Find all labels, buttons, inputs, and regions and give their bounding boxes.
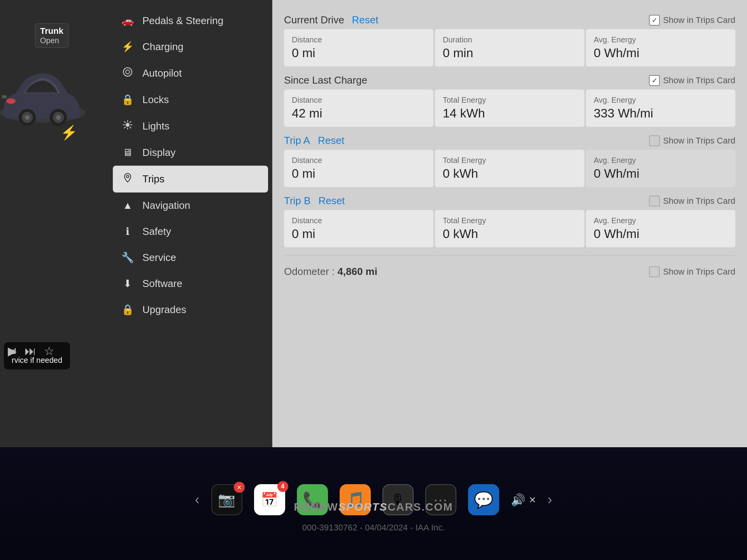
svg-line-16: [124, 121, 126, 123]
trips-icon: [121, 173, 135, 186]
content-panel: Current Drive Reset ✓ Show in Trips Card…: [272, 0, 747, 447]
svg-point-3: [25, 115, 30, 120]
since-last-charge-distance-card: Distance 42 mi: [284, 89, 433, 127]
upgrades-icon: 🔒: [121, 304, 135, 316]
current-drive-avg-energy-card: Avg. Energy 0 Wh/mi: [586, 29, 735, 66]
trip-a-distance-card: Distance 0 mi: [284, 150, 433, 187]
trip-b-show-trips[interactable]: Show in Trips Card: [649, 196, 735, 206]
nav-item-trips[interactable]: Trips: [113, 166, 268, 192]
trip-a-total-energy-label: Total Energy: [443, 156, 577, 165]
taskbar-calendar-icon[interactable]: 📅 4: [254, 484, 285, 515]
nav-item-safety[interactable]: ℹ Safety: [109, 219, 272, 245]
taskbar-camera-icon[interactable]: 📷 ×: [211, 484, 242, 515]
current-drive-duration-label: Duration: [443, 35, 577, 44]
taskbar-nav-next[interactable]: ›: [547, 492, 552, 508]
trip-a-avg-energy-card: Avg. Energy 0 Wh/mi: [586, 150, 735, 187]
nav-item-display[interactable]: 🖥 Display: [109, 140, 272, 166]
car-image: [0, 47, 93, 148]
volume-control[interactable]: 🔊 ×: [511, 493, 536, 507]
trip-b-header: Trip B Reset Show in Trips Card: [284, 195, 735, 207]
watermark-cars-com: CARS.COM: [388, 501, 453, 513]
nav-item-charging[interactable]: ⚡ Charging: [109, 34, 272, 60]
trunk-open-status: Open: [40, 36, 63, 45]
since-last-charge-title: Since Last Charge: [284, 74, 367, 86]
calendar-badge: 4: [277, 481, 288, 492]
locks-icon: 🔒: [121, 94, 135, 106]
nav-item-upgrades[interactable]: 🔒 Upgrades: [109, 297, 272, 323]
nav-label-charging: Charging: [142, 41, 184, 53]
trip-a-header: Trip A Reset Show in Trips Card: [284, 135, 735, 147]
trip-a-checkbox[interactable]: [649, 135, 660, 146]
trip-a-total-energy-card: Total Energy 0 kWh: [435, 150, 584, 187]
odometer-divider: [284, 255, 735, 256]
nav-label-safety: Safety: [142, 226, 171, 238]
taskbar-nav-prev[interactable]: ‹: [195, 492, 200, 508]
trip-b-avg-energy-label: Avg. Energy: [594, 216, 728, 225]
nav-item-service[interactable]: 🔧 Service: [109, 245, 272, 271]
nav-item-software[interactable]: ⬇ Software: [109, 271, 272, 297]
trip-b-checkbox[interactable]: [649, 196, 660, 206]
since-last-charge-distance-label: Distance: [292, 96, 426, 105]
nav-item-lights[interactable]: Lights: [109, 113, 272, 140]
current-drive-checkbox[interactable]: ✓: [649, 15, 660, 26]
trip-a-distance-label: Distance: [292, 156, 426, 165]
odometer-show-trips[interactable]: Show in Trips Card: [649, 266, 735, 277]
mute-button[interactable]: ×: [529, 493, 536, 506]
odometer-label: Odometer : 4,860 mi: [284, 266, 377, 278]
nav-label-pedals: Pedals & Steering: [142, 15, 223, 27]
watermark-renew: RENEW: [294, 501, 338, 513]
trip-a-title[interactable]: Trip A: [284, 135, 310, 147]
nav-item-pedals[interactable]: 🚗 Pedals & Steering: [109, 8, 272, 34]
odometer-checkbox[interactable]: [649, 266, 660, 277]
media-next-btn[interactable]: ⏭: [25, 345, 36, 358]
navigation-icon: ▲: [121, 200, 135, 212]
footer-info: 000-39130762 - 04/04/2024 - IAA Inc.: [302, 523, 445, 533]
since-last-charge-show-trips[interactable]: ✓ Show in Trips Card: [649, 75, 735, 86]
trip-a-stats: Distance 0 mi Total Energy 0 kWh Avg. En…: [284, 150, 735, 187]
watermark-sports: SPORTS: [338, 501, 388, 513]
trip-a-avg-energy-value: 0 Wh/mi: [594, 166, 728, 181]
odometer-section: Odometer : 4,860 mi Show in Trips Card: [284, 258, 735, 285]
nav-label-locks: Locks: [142, 94, 169, 106]
current-drive-reset[interactable]: Reset: [352, 14, 379, 26]
since-last-charge-stats: Distance 42 mi Total Energy 14 kWh Avg. …: [284, 89, 735, 127]
trip-a-show-trips[interactable]: Show in Trips Card: [649, 135, 735, 146]
odometer-value: 4,860 mi: [337, 266, 377, 277]
safety-icon: ℹ: [121, 226, 135, 238]
trip-b-distance-card: Distance 0 mi: [284, 210, 433, 247]
car-panel: Trunk Open: [0, 0, 109, 447]
trunk-label: Trunk: [40, 26, 63, 36]
svg-line-19: [124, 127, 126, 128]
charging-indicator: ⚡: [60, 124, 78, 141]
pedals-icon: 🚗: [121, 15, 135, 27]
svg-point-7: [6, 98, 16, 104]
taskbar: ‹ 📷 × 📅 4 📞 🎵 🎙 ··· 💬: [0, 447, 747, 560]
trip-b-total-energy-value: 0 kWh: [443, 227, 577, 241]
trip-b-avg-energy-card: Avg. Energy 0 Wh/mi: [586, 210, 735, 247]
nav-item-autopilot[interactable]: Autopilot: [109, 60, 272, 87]
charging-icon: ⚡: [121, 41, 135, 53]
media-star-btn[interactable]: ☆: [44, 344, 54, 358]
nav-item-locks[interactable]: 🔒 Locks: [109, 87, 272, 113]
taskbar-chat-icon[interactable]: 💬: [468, 484, 499, 515]
svg-rect-8: [2, 95, 7, 98]
trip-a-reset[interactable]: Reset: [318, 135, 344, 147]
software-icon: ⬇: [121, 278, 135, 290]
since-last-charge-header: Since Last Charge ✓ Show in Trips Card: [284, 74, 735, 86]
trip-b-stats: Distance 0 mi Total Energy 0 kWh Avg. En…: [284, 210, 735, 247]
media-play-btn[interactable]: ▶: [8, 344, 17, 358]
svg-point-9: [123, 68, 132, 76]
svg-line-17: [130, 127, 131, 128]
svg-point-10: [126, 70, 130, 74]
since-last-charge-distance-value: 42 mi: [292, 106, 426, 121]
nav-item-navigation[interactable]: ▲ Navigation: [109, 192, 272, 219]
trip-b-reset[interactable]: Reset: [318, 195, 345, 207]
since-last-charge-checkbox[interactable]: ✓: [649, 75, 660, 86]
current-drive-distance-value: 0 mi: [292, 46, 426, 60]
current-drive-show-trips[interactable]: ✓ Show in Trips Card: [649, 15, 735, 26]
svg-point-6: [56, 115, 61, 120]
watermark: RENEWSPORTSCARS.COM: [294, 501, 453, 513]
trip-b-title[interactable]: Trip B: [284, 195, 310, 207]
since-last-charge-avg-energy-label: Avg. Energy: [594, 96, 728, 105]
nav-panel: 🚗 Pedals & Steering ⚡ Charging Autopilot…: [109, 0, 272, 447]
